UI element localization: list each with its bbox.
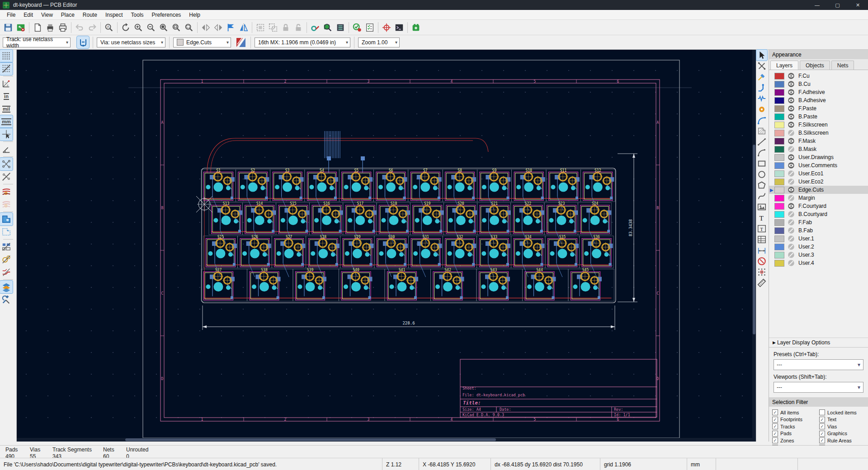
draw-circle-button[interactable]	[756, 169, 767, 180]
footprint-tools-button[interactable]	[0, 293, 13, 306]
layer-color-swatch[interactable]	[774, 170, 784, 177]
layer-row-edge-cuts[interactable]: ▶Edge.Cuts	[769, 186, 868, 194]
layer-visibility-visible-icon[interactable]	[788, 72, 795, 80]
vertical-scrollbar[interactable]	[752, 50, 756, 442]
zoom-dropdown[interactable]: Zoom 1.00▾	[358, 38, 400, 47]
checkbox-checked[interactable]: ✓	[819, 431, 825, 437]
active-layer-dropdown[interactable]: Edge.Cuts▾	[173, 38, 231, 47]
add-zone-button[interactable]	[756, 126, 767, 136]
layer-color-swatch[interactable]	[774, 203, 784, 210]
layer-visibility-visible-icon[interactable]	[788, 154, 795, 161]
layer-color-swatch[interactable]	[774, 89, 784, 96]
tab-nets[interactable]: Nets	[831, 61, 854, 70]
layer-row-f-mask[interactable]: F.Mask	[769, 137, 868, 145]
checkbox-checked[interactable]: ✓	[772, 431, 778, 437]
menu-route[interactable]: Route	[79, 11, 101, 19]
layer-row-b-silkscreen[interactable]: B.Silkscreen	[769, 129, 868, 137]
checkbox-checked[interactable]: ✓	[819, 437, 825, 443]
checkbox-checked[interactable]: ✓	[819, 417, 825, 423]
inspect-clearance-button[interactable]	[321, 21, 334, 34]
pads-sketch-button[interactable]	[0, 240, 13, 253]
units-mm-button[interactable]: mm	[0, 115, 13, 128]
layer-visibility-visible-icon[interactable]	[788, 113, 795, 120]
layer-row-user-drawings[interactable]: User.Drawings	[769, 153, 868, 161]
menu-tools[interactable]: Tools	[127, 11, 148, 19]
layer-color-swatch[interactable]	[774, 122, 784, 128]
layer-display-options[interactable]: ▶ Layer Display Options	[769, 338, 868, 348]
zoom-in-button[interactable]	[132, 21, 145, 34]
layer-color-swatch[interactable]	[774, 130, 784, 136]
layer-color-swatch[interactable]	[774, 97, 784, 104]
layer-visibility-hidden-icon[interactable]	[788, 178, 795, 185]
presets-dropdown[interactable]: --- ▾	[774, 359, 863, 370]
redo-button[interactable]	[86, 21, 99, 34]
layer-color-swatch[interactable]	[774, 244, 784, 250]
layer-visibility-hidden-icon[interactable]	[788, 259, 795, 267]
horizontal-scrollbar[interactable]	[17, 438, 752, 442]
add-dimension-button[interactable]	[756, 245, 767, 256]
add-table-button[interactable]	[756, 234, 767, 245]
ratsnest-show-button[interactable]	[0, 158, 13, 170]
draw-rectangle-button[interactable]	[756, 158, 767, 169]
layer-visibility-visible-icon[interactable]	[788, 186, 795, 193]
layer-color-swatch[interactable]	[774, 105, 784, 112]
plugins-button[interactable]	[410, 21, 422, 34]
minimize-button[interactable]: —	[807, 0, 827, 10]
layer-row-f-paste[interactable]: F.Paste	[769, 104, 868, 113]
add-textbox-button[interactable]: T	[756, 223, 767, 234]
edit-track-via-button[interactable]	[309, 21, 321, 34]
layer-color-swatch[interactable]	[774, 227, 784, 234]
layer-color-swatch[interactable]	[774, 81, 784, 88]
draw-polygon-button[interactable]	[756, 180, 767, 191]
filter-footprints[interactable]: ✓Footprints	[772, 417, 819, 423]
grid-show-button[interactable]	[0, 50, 13, 62]
layer-color-swatch[interactable]	[774, 146, 784, 153]
layer-color-swatch[interactable]	[774, 73, 784, 80]
group-button[interactable]	[254, 21, 267, 34]
menu-place[interactable]: Place	[57, 11, 79, 19]
layer-color-swatch[interactable]	[774, 138, 784, 145]
layer-row-user-4[interactable]: User.4	[769, 259, 868, 267]
layer-color-swatch[interactable]	[774, 162, 784, 169]
layer-row-f-silkscreen[interactable]: F.Silkscreen	[769, 121, 868, 129]
local-ratsnest-button[interactable]	[756, 61, 767, 71]
filter-tracks[interactable]: ✓Tracks	[772, 423, 819, 429]
layer-color-swatch[interactable]	[774, 113, 784, 120]
layer-visibility-hidden-icon[interactable]	[788, 219, 795, 226]
cursor-shape-button[interactable]	[0, 128, 13, 141]
vscroll-thumb[interactable]	[753, 145, 755, 334]
menu-preferences[interactable]: Preferences	[148, 11, 185, 19]
flip-right-button[interactable]	[212, 21, 225, 34]
layer-row-f-courtyard[interactable]: F.Courtyard	[769, 202, 868, 210]
filter-zones[interactable]: ✓Zones	[772, 437, 819, 443]
net-highlight-button[interactable]	[0, 185, 13, 198]
delete-tool-button[interactable]	[756, 256, 767, 267]
layer-row-user-3[interactable]: User.3	[769, 251, 868, 259]
filter-locked-items[interactable]: Locked items	[819, 409, 866, 415]
target-origin-button[interactable]	[380, 21, 393, 34]
via-size-dropdown[interactable]: Via: use netclass sizes▾	[97, 38, 165, 47]
filter-pads[interactable]: ✓Pads	[772, 431, 819, 437]
draw-arc-button[interactable]	[756, 147, 767, 158]
layer-pair-button[interactable]	[235, 36, 247, 48]
layer-visibility-visible-icon[interactable]	[788, 202, 795, 210]
layer-visibility-hidden-icon[interactable]	[788, 170, 795, 177]
board-setup-button[interactable]	[14, 21, 27, 34]
layer-visibility-hidden-icon[interactable]	[788, 129, 795, 136]
track-posture-button[interactable]	[77, 36, 89, 48]
refresh-view-button[interactable]	[119, 21, 132, 34]
layer-visibility-visible-icon[interactable]	[788, 105, 795, 112]
layer-color-swatch[interactable]	[774, 235, 784, 242]
plot-button[interactable]	[57, 21, 69, 34]
checkbox-checked[interactable]: ✓	[772, 409, 778, 415]
tab-layers[interactable]: Layers	[770, 61, 798, 70]
layer-row-b-fab[interactable]: B.Fab	[769, 226, 868, 235]
find-button[interactable]: A	[103, 21, 115, 34]
menu-file[interactable]: File	[3, 11, 19, 19]
layer-row-b-paste[interactable]: B.Paste	[769, 113, 868, 121]
zones-outline-button[interactable]	[0, 226, 13, 238]
filter-graphics[interactable]: ✓Graphics	[819, 431, 866, 437]
zoom-selection-button[interactable]	[183, 21, 195, 34]
checkbox-checked[interactable]: ✓	[819, 423, 825, 429]
layer-color-swatch[interactable]	[774, 195, 784, 202]
